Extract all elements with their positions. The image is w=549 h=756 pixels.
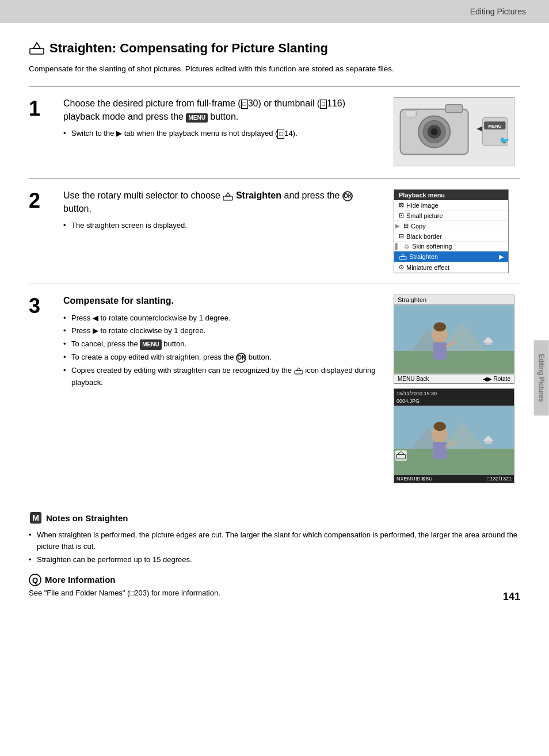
svg-rect-33 xyxy=(394,449,514,475)
side-label: Editing Pictures xyxy=(533,340,548,415)
step-1-title: Choose the desired picture from full-fra… xyxy=(63,97,382,123)
menu-item-hide: ⊠ Hide image xyxy=(394,200,508,211)
playback-left-info: NXEMU⊞ ⊠8U xyxy=(396,476,433,482)
menu-item-miniature: ⊙ Miniature effect xyxy=(394,262,508,273)
rotate-label: ◀▶ Rotate xyxy=(483,376,510,382)
notes-bullet-1: When straighten is performed, the pictur… xyxy=(29,529,520,552)
menu-item-copy-row: ▶ ⊞ Copy xyxy=(394,221,508,231)
step-2-bullets: The straighten screen is displayed. xyxy=(63,220,382,231)
ok-button-label-3: OK xyxy=(236,353,246,363)
straighten-bold-label: Straighten xyxy=(236,190,281,200)
notes-icon: M xyxy=(29,511,43,525)
playback-arrow-icon: ▶ xyxy=(395,223,400,229)
menu-diagram-title: Playback menu xyxy=(394,190,508,200)
step-3-title-bold: Compensate for slanting. xyxy=(63,296,174,306)
svg-text:MENU: MENU xyxy=(488,124,501,129)
svg-marker-16 xyxy=(226,193,230,196)
step-3-bullet-3: To cancel, press the MENU button. xyxy=(63,338,382,350)
straighten-screen-title: Straighten xyxy=(394,295,514,305)
menu-item-skin-row: ▌ ☺ Skin softening xyxy=(394,242,508,251)
step-1-row: 1 Choose the desired picture from full-f… xyxy=(29,87,520,179)
svg-rect-17 xyxy=(399,257,406,259)
svg-rect-26 xyxy=(485,342,491,345)
step-3-bullet-5: Copies created by editing with straighte… xyxy=(63,365,382,389)
svg-marker-20 xyxy=(296,368,301,371)
copy-icon: ⊞ xyxy=(403,222,409,230)
notes-bullet-2: Straighten can be performed up to 15 deg… xyxy=(29,554,520,566)
miniature-icon: ⊙ xyxy=(399,264,404,271)
playback-info-bar: 15/11/2010 15:300004.JPG xyxy=(394,389,514,406)
straighten-title-icon xyxy=(29,40,45,56)
small-icon: ⊡ xyxy=(399,212,404,219)
notes-title-row: M Notes on Straighten xyxy=(29,511,520,525)
hide-icon: ⊠ xyxy=(399,201,404,209)
straighten-screen-bottom: MENU Back ◀▶ Rotate xyxy=(394,374,514,383)
step-3-images: Straighten xyxy=(394,295,520,483)
playback-photo-svg xyxy=(394,406,514,475)
notes-bullets: When straighten is performed, the pictur… xyxy=(29,529,520,566)
border-icon: ⊟ xyxy=(399,232,404,240)
step-3-bullet-2: Press ▶ to rotate clockwise by 1 degree. xyxy=(63,325,382,337)
playback-right-info: □132/1321 xyxy=(487,476,512,482)
step-2-bullet-1: The straighten screen is displayed. xyxy=(63,220,382,231)
skin-side-icon: ▌ xyxy=(395,243,399,250)
svg-marker-1 xyxy=(33,43,40,48)
notes-section: M Notes on Straighten When straighten is… xyxy=(29,511,520,597)
notes-title: Notes on Straighten xyxy=(46,513,128,523)
skin-icon: ☺ xyxy=(403,243,410,250)
step-3-bullet-1: Press ◀ to rotate counterclockwise by 1 … xyxy=(63,312,382,324)
page-header: Editing Pictures xyxy=(0,0,549,23)
step-2-row: 2 Use the rotary multi selector to choos… xyxy=(29,179,520,284)
svg-rect-28 xyxy=(433,342,447,360)
step-3-row: 3 Compensate for slanting. Press ◀ to ro… xyxy=(29,284,520,494)
book-ref-1c: □ xyxy=(277,129,284,139)
straighten-photo-svg xyxy=(394,305,514,374)
more-info-text: See "File and Folder Names" (□203) for m… xyxy=(29,589,520,597)
svg-point-42 xyxy=(433,422,446,432)
straighten-inline-icon xyxy=(223,191,233,201)
menu-button-label-1: MENU xyxy=(186,113,207,123)
page-number: 141 xyxy=(503,591,520,603)
camera-diagram: MENU 🐦 xyxy=(394,97,514,166)
svg-text:M: M xyxy=(32,513,39,522)
menu-button-label-3: MENU xyxy=(140,339,161,350)
step-3-content: Compensate for slanting. Press ◀ to rota… xyxy=(63,295,382,390)
step-1-bullet-1: Switch to the ▶ tab when the playback me… xyxy=(63,128,382,139)
more-info-icon: Q xyxy=(29,574,41,586)
step-3-bullet-4: To create a copy edited with straighten,… xyxy=(63,352,382,364)
step-2-title: Use the rotary multi selector to choose … xyxy=(63,189,382,215)
straighten-menu-icon xyxy=(399,253,407,261)
section-title: Straighten: Compensating for Picture Sla… xyxy=(49,41,328,56)
ok-button-label: OK xyxy=(342,191,353,201)
step-1-bullets: Switch to the ▶ tab when the playback me… xyxy=(63,128,382,139)
svg-point-6 xyxy=(431,128,438,135)
playback-photo-area xyxy=(394,406,514,475)
svg-rect-15 xyxy=(223,196,232,200)
more-info-title: More Information xyxy=(45,575,116,585)
svg-rect-8 xyxy=(406,110,416,117)
step-2-content: Use the rotary multi selector to choose … xyxy=(63,189,382,233)
section-description: Compensate for the slanting of shot pict… xyxy=(29,63,520,75)
steps-container: 1 Choose the desired picture from full-f… xyxy=(29,86,520,494)
step-2-image: Playback menu ⊠ Hide image ⊡ Small pictu… xyxy=(394,189,520,273)
book-ref-1b: □ xyxy=(320,100,327,109)
straighten-screen-diagram: Straighten xyxy=(394,295,514,384)
step-1-number: 1 xyxy=(29,97,52,119)
svg-rect-7 xyxy=(445,105,463,113)
step-1-content: Choose the desired picture from full-fra… xyxy=(63,97,382,141)
book-ref-1a: □ xyxy=(241,100,248,109)
svg-rect-39 xyxy=(433,442,447,459)
step-3-bullets: Press ◀ to rotate counterclockwise by 1 … xyxy=(63,312,382,389)
step-1-image: MENU 🐦 xyxy=(394,97,520,168)
menu-item-border: ⊟ Black border xyxy=(394,231,508,242)
svg-rect-22 xyxy=(394,351,514,374)
svg-point-31 xyxy=(433,323,446,332)
playback-menu-diagram: Playback menu ⊠ Hide image ⊡ Small pictu… xyxy=(394,189,509,273)
step-3-image-group: Straighten xyxy=(394,295,520,483)
svg-rect-19 xyxy=(295,371,303,374)
straighten-menu-label: Straighten xyxy=(409,253,438,260)
playback-bottom-bar: NXEMU⊞ ⊠8U □132/1321 xyxy=(394,475,514,483)
menu-back-label: MENU Back xyxy=(398,376,429,382)
svg-marker-18 xyxy=(401,254,405,257)
more-info-row: Q More Information xyxy=(29,574,520,586)
